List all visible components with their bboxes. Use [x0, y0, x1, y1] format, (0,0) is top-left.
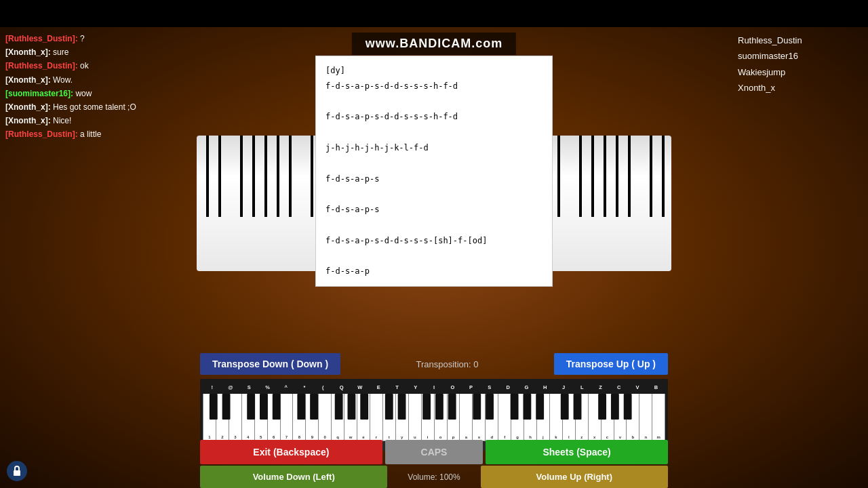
piano-key-t[interactable]: t	[383, 394, 396, 441]
chat-message: wow	[75, 89, 92, 98]
key-label: V	[628, 382, 646, 394]
key-label: J	[554, 382, 572, 394]
chat-message: a little	[80, 129, 101, 139]
upper-key-labels: ! @ S % ^ * ( Q W E T Y I O P S D G H J …	[203, 382, 665, 394]
piano-key-l[interactable]: l	[563, 394, 576, 441]
piano-key-7[interactable]: 7	[281, 394, 294, 441]
piano-area: Transpose Down ( Down ) Transposition: 0…	[200, 353, 668, 451]
piano-key-q[interactable]: q	[332, 394, 344, 441]
piano-key-e[interactable]: e	[357, 394, 370, 441]
sheet-line: f-d-s-a-p-s	[326, 171, 542, 187]
sheet-music-panel: [dy] f-d-s-a-p-s-d-d-s-s-s-h-f-d f-d-s-a…	[315, 56, 553, 287]
piano-key-c[interactable]: c	[601, 394, 614, 441]
piano-key-5[interactable]: 5	[255, 394, 268, 441]
piano-key-x[interactable]: x	[589, 394, 601, 441]
chat-message: Hes got some talent ;O	[53, 102, 136, 112]
volume-down-button[interactable]: Volume Down (Left)	[200, 466, 387, 488]
piano-key-d[interactable]: d	[486, 394, 498, 441]
sheet-line	[326, 94, 542, 110]
chat-line: [suomimaster16]: wow	[5, 87, 191, 100]
key-label: O	[443, 382, 462, 394]
chat-line: [Xnonth_x]: sure	[5, 46, 191, 59]
key-label: ^	[277, 382, 295, 394]
piano-key-g[interactable]: g	[511, 394, 524, 441]
piano-key-p[interactable]: p	[448, 394, 460, 441]
piano-key-9[interactable]: 9	[306, 394, 319, 441]
volume-label: Volume: 100%	[390, 472, 477, 482]
piano-key-u[interactable]: u	[409, 394, 422, 441]
piano-key-k[interactable]: k	[550, 394, 563, 441]
key-label: @	[221, 382, 239, 394]
action-buttons-row: Exit (Backspace) CAPS Sheets (Space)	[200, 440, 668, 464]
piano-key-s[interactable]: s	[473, 394, 486, 441]
volume-up-button[interactable]: Volume Up (Right)	[481, 466, 668, 488]
sheet-line: f-d-s-a-p-s-d-d-s-s-s-[sh]-f-[od]	[326, 233, 542, 249]
chat-message: ok	[80, 61, 89, 70]
chat-name: [Xnonth_x]:	[5, 75, 51, 85]
piano-decoration-left	[197, 136, 332, 271]
lock-icon[interactable]	[7, 461, 27, 481]
sheet-line: j-h-j-h-j-h-j-k-l-f-d	[326, 140, 542, 156]
piano-key-r[interactable]: r	[370, 394, 383, 441]
piano-key-h[interactable]: h	[524, 394, 537, 441]
exit-button[interactable]: Exit (Backspace)	[200, 440, 382, 464]
caps-button[interactable]: CAPS	[385, 440, 483, 464]
sheets-button[interactable]: Sheets (Space)	[486, 440, 668, 464]
piano-key-2[interactable]: 2	[216, 394, 229, 441]
key-label: Z	[591, 382, 610, 394]
piano-key-w[interactable]: w	[344, 394, 357, 441]
chat-name: [suomimaster16]:	[5, 89, 73, 98]
key-label: !	[203, 382, 221, 394]
key-label: Q	[332, 382, 351, 394]
sheet-line: f-d-s-a-p-s-d-d-s-s-s-h-f-d	[326, 109, 542, 125]
piano-key-3[interactable]: 3	[229, 394, 242, 441]
piano-key-m[interactable]: m	[652, 394, 665, 441]
piano-key-n[interactable]: n	[639, 394, 652, 441]
sheet-line: [dy]	[326, 63, 542, 79]
chat-name: [Xnonth_x]:	[5, 116, 51, 125]
key-label: S	[480, 382, 498, 394]
chat-name: [Ruthless_Dustin]:	[5, 34, 78, 43]
key-label: W	[351, 382, 369, 394]
piano-key-o[interactable]: o	[435, 394, 448, 441]
sheet-line	[326, 249, 542, 264]
white-keys-row[interactable]: 1 2 3 4 5 6 7 8 9 0 q w e r t y u i o p	[203, 394, 665, 441]
player-item: suomimaster16	[738, 48, 863, 64]
piano-white-keys[interactable]: 1 2 3 4 5 6 7 8 9 0 q w e r t y u i o p	[203, 394, 665, 441]
chat-name: [Xnonth_x]:	[5, 47, 51, 57]
key-label: B	[647, 382, 665, 394]
key-label: *	[295, 382, 313, 394]
chat-name: [Xnonth_x]:	[5, 102, 51, 112]
piano-key-6[interactable]: 6	[268, 394, 281, 441]
piano-key-8[interactable]: 8	[293, 394, 306, 441]
key-label: %	[258, 382, 277, 394]
chat-line: [Ruthless_Dustin]: ok	[5, 60, 191, 73]
transpose-row: Transpose Down ( Down ) Transposition: 0…	[200, 353, 668, 375]
piano-key-b[interactable]: b	[627, 394, 639, 441]
chat-name: [Ruthless_Dustin]:	[5, 61, 78, 70]
chat-line: [Xnonth_x]: Wow.	[5, 74, 191, 87]
piano-key-z[interactable]: z	[576, 394, 589, 441]
key-label: (	[314, 382, 332, 394]
volume-buttons-row: Volume Down (Left) Volume: 100% Volume U…	[200, 466, 668, 488]
chat-overlay: [Ruthless_Dustin]: ? [Xnonth_x]: sure [R…	[0, 27, 197, 148]
transposition-label: Transposition: 0	[416, 359, 478, 369]
bandicam-watermark: www.BANDICAM.com	[352, 33, 516, 55]
chat-message: Nice!	[53, 116, 71, 125]
piano-key-a[interactable]: a	[460, 394, 473, 441]
piano-key-i[interactable]: i	[422, 394, 435, 441]
piano-key-v[interactable]: v	[614, 394, 627, 441]
chat-message: ?	[80, 34, 85, 43]
transpose-down-button[interactable]: Transpose Down ( Down )	[200, 353, 340, 375]
svg-rect-25	[14, 470, 20, 476]
transpose-up-button[interactable]: Transpose Up ( Up )	[554, 353, 668, 375]
piano-key-1[interactable]: 1	[203, 394, 216, 441]
piano-key-4[interactable]: 4	[242, 394, 255, 441]
key-label: C	[610, 382, 628, 394]
sheet-line	[326, 156, 542, 171]
piano-key-j[interactable]: j	[537, 394, 550, 441]
piano-key-f[interactable]: f	[498, 394, 511, 441]
piano-key-0[interactable]: 0	[319, 394, 332, 441]
player-item: Ruthless_Dustin	[738, 33, 863, 48]
piano-key-y[interactable]: y	[396, 394, 409, 441]
